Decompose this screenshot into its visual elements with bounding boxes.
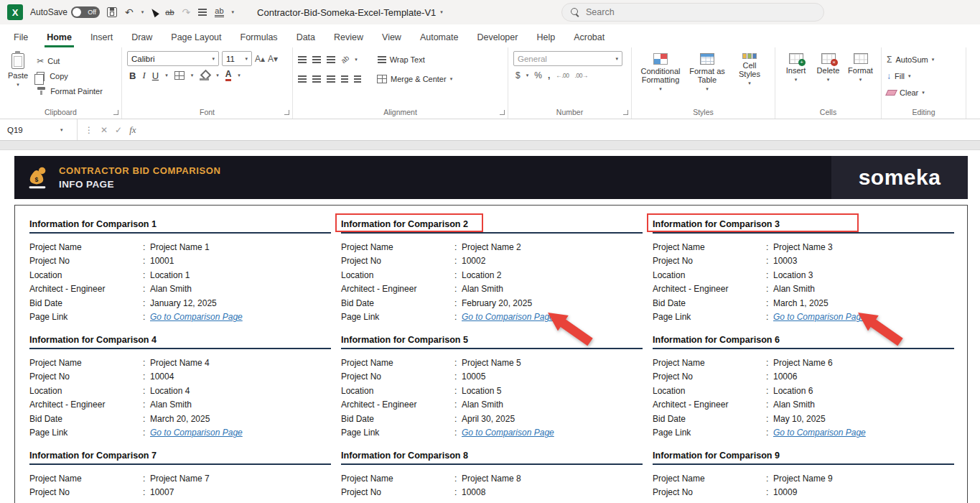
comparison-page-link[interactable]: Go to Comparison Page	[462, 428, 554, 438]
increase-decimal-icon[interactable]: ←.00	[556, 72, 569, 79]
alignment-dialog-launcher-icon[interactable]	[500, 110, 505, 115]
tab-page-layout[interactable]: Page Layout	[162, 28, 230, 47]
accounting-format-icon[interactable]: $	[515, 70, 521, 80]
cut-button[interactable]: ✂ Cut	[37, 54, 103, 68]
tab-view[interactable]: View	[373, 28, 411, 47]
tab-review[interactable]: Review	[325, 28, 373, 47]
number-dialog-launcher-icon[interactable]	[623, 110, 628, 115]
tab-automate[interactable]: Automate	[411, 28, 468, 47]
search-box[interactable]	[561, 3, 824, 22]
font-color-chevron-icon[interactable]: ▾	[238, 73, 241, 78]
qat-more-chevron-icon[interactable]: ▾	[232, 9, 235, 15]
undo-chevron-icon[interactable]: ▾	[141, 9, 144, 15]
format-painter-button[interactable]: Format Painter	[37, 84, 103, 98]
font-size-select[interactable]: 11 ▾	[222, 51, 252, 66]
field-label: Project No	[341, 372, 454, 382]
field-value: January 12, 2025	[150, 298, 217, 308]
wrap-text-button[interactable]: Wrap Text	[378, 52, 425, 66]
orientation-icon[interactable]: ab	[340, 54, 351, 65]
comparison-page-link[interactable]: Go to Comparison Page	[773, 312, 866, 322]
format-as-table-button[interactable]: Format as Table ▾	[686, 51, 729, 94]
field-row: Page Link : Go to Comparison Page	[341, 310, 643, 325]
tab-draw[interactable]: Draw	[122, 28, 162, 47]
copy-button[interactable]: Copy	[37, 69, 103, 83]
cell-styles-button[interactable]: Cell Styles ▾	[730, 51, 769, 94]
save-icon[interactable]	[107, 7, 117, 17]
align-middle-icon[interactable]	[312, 56, 321, 63]
fill-color-chevron-icon[interactable]: ▾	[216, 73, 219, 78]
fill-color-icon[interactable]	[200, 71, 210, 80]
borders-chevron-icon[interactable]: ▾	[191, 73, 194, 78]
format-cells-button[interactable]: Format ▾	[845, 51, 876, 85]
clear-button[interactable]: Clear ▾	[887, 86, 961, 99]
comparison-page-link[interactable]: Go to Comparison Page	[150, 428, 243, 438]
autosave-toggle[interactable]: AutoSave Off	[30, 6, 100, 18]
tab-insert[interactable]: Insert	[81, 28, 122, 47]
increase-font-size-icon[interactable]: A▴	[255, 54, 265, 64]
autosum-button[interactable]: Σ AutoSum ▾	[887, 52, 961, 66]
format-painter-label: Format Painter	[50, 87, 103, 96]
tab-developer[interactable]: Developer	[467, 28, 527, 47]
double-underline-icon[interactable]: ab	[215, 7, 223, 17]
tab-acrobat[interactable]: Acrobat	[564, 28, 614, 47]
comma-style-icon[interactable]: ,	[548, 70, 550, 80]
decrease-decimal-icon[interactable]: .00→	[575, 72, 588, 79]
align-center-icon[interactable]	[312, 75, 321, 83]
insert-cells-button[interactable]: Insert ▾	[780, 51, 811, 85]
align-left-icon[interactable]	[298, 75, 307, 83]
increase-indent-icon[interactable]	[354, 75, 361, 83]
font-dialog-launcher-icon[interactable]	[284, 110, 289, 115]
tab-data[interactable]: Data	[287, 28, 325, 47]
font-name-select[interactable]: Calibri ▾	[127, 51, 219, 66]
formula-input[interactable]	[144, 119, 980, 140]
align-right-icon[interactable]	[327, 75, 335, 83]
number-format-select[interactable]: General ▾	[513, 51, 622, 66]
paste-button[interactable]: Paste ▾	[5, 51, 31, 98]
comparison-page-link[interactable]: Go to Comparison Page	[150, 312, 243, 322]
comparison-page-link[interactable]: Go to Comparison Page	[773, 428, 866, 438]
bullet-list-icon[interactable]	[198, 9, 207, 16]
align-bottom-icon[interactable]	[327, 56, 335, 63]
cancel-icon[interactable]: ✕	[101, 125, 108, 135]
underline-button[interactable]: U	[152, 70, 159, 81]
borders-icon[interactable]	[174, 71, 185, 80]
font-color-icon[interactable]: A	[225, 70, 232, 81]
document-title[interactable]: Contractor-Bid-Someka-Excel-Template-V1 …	[257, 7, 443, 18]
tab-help[interactable]: Help	[527, 28, 564, 47]
name-box-chevron-icon[interactable]: ▾	[60, 127, 63, 133]
bold-button[interactable]: B	[129, 70, 136, 81]
formula-dots-icon[interactable]: ⋮	[85, 125, 93, 135]
fill-button[interactable]: ↓ Fill ▾	[887, 69, 961, 83]
decrease-font-size-icon[interactable]: A▾	[268, 54, 278, 64]
comparison-page-link[interactable]: Go to Comparison Page	[462, 312, 554, 322]
conditional-formatting-button[interactable]: Conditional Formatting ▾	[637, 51, 684, 94]
strikethrough-icon[interactable]: ab	[165, 8, 174, 17]
orientation-chevron-icon[interactable]: ▾	[355, 57, 358, 63]
decrease-indent-icon[interactable]	[341, 75, 348, 83]
undo-icon[interactable]: ↶	[125, 7, 134, 17]
insert-function-icon[interactable]: fx	[129, 124, 136, 136]
merge-center-button[interactable]: Merge & Center ▾	[377, 72, 452, 86]
clipboard-dialog-launcher-icon[interactable]	[113, 110, 118, 115]
colon: :	[766, 428, 773, 438]
search-input[interactable]	[586, 7, 787, 17]
field-label: Page Link	[341, 312, 454, 322]
align-top-icon[interactable]	[298, 56, 307, 63]
accounting-chevron-icon[interactable]: ▾	[526, 73, 529, 78]
enter-check-icon[interactable]: ✓	[115, 125, 122, 135]
autosave-pill[interactable]: Off	[71, 6, 100, 18]
delete-cells-button[interactable]: Delete ▾	[813, 51, 844, 85]
info-section: Information for Comparison 7 Project Nam…	[29, 448, 331, 503]
underline-chevron-icon[interactable]: ▾	[165, 73, 168, 78]
italic-button[interactable]: I	[142, 70, 145, 81]
excel-app-icon[interactable]: X	[7, 4, 23, 20]
sort-filter-button[interactable]: A↓Z Sort & Filter ▾	[971, 51, 980, 91]
name-box[interactable]: ▾	[0, 119, 78, 140]
sort-filter-label: Sort & Filter	[974, 64, 980, 81]
tab-formulas[interactable]: Formulas	[231, 28, 287, 47]
tab-home[interactable]: Home	[37, 28, 81, 47]
percent-style-icon[interactable]: %	[534, 70, 542, 80]
name-box-input[interactable]	[7, 126, 57, 134]
field-value: 10001	[150, 256, 174, 266]
tab-file[interactable]: File	[4, 28, 37, 47]
